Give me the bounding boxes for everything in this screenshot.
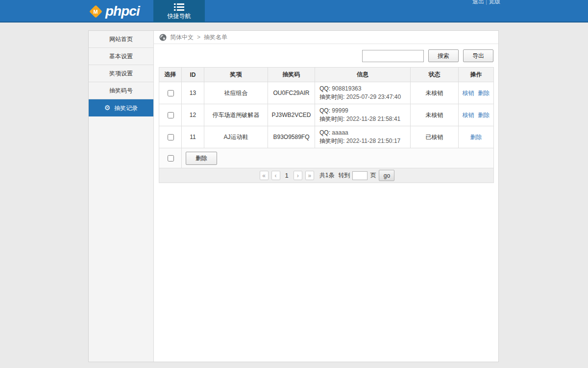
goto-label: 转到 (338, 172, 350, 179)
main-panel: 简体中文 > 抽奖名单 搜索 导出 选择 ID 奖项 抽奖码 信息 状态 (154, 31, 498, 362)
prize-cell: AJ运动鞋 (204, 126, 268, 148)
top-header: M phpci 快捷导航 退出|宽版 (0, 0, 588, 23)
verify-link[interactable]: 核销 (463, 90, 474, 96)
qq-label: QQ: (319, 107, 330, 114)
goto-page-input[interactable] (352, 171, 368, 180)
row-checkbox[interactable] (168, 112, 174, 118)
list-icon (174, 3, 184, 11)
sidebar-item-home[interactable]: 网站首页 (89, 31, 153, 48)
table-row: 12 停车场道闸破解器 PJ3WB2VCED QQ: 99999 抽奖时间: 2… (159, 104, 494, 126)
delete-link[interactable]: 删除 (478, 112, 490, 118)
row-checkbox[interactable] (168, 90, 174, 96)
status-cell: 未核销 (411, 82, 459, 104)
table-row: 13 祛痘组合 OU0FC29AIR QQ: 908819363 抽奖时间: 2… (159, 82, 494, 104)
qq-label: QQ: (319, 85, 330, 92)
actions-cell: 核销 删除 (459, 82, 494, 104)
qq-value: 908819363 (332, 85, 361, 92)
pagination-row: «‹1›»共1条转到页go (159, 168, 494, 183)
sidebar-item-label: 抽奖记录 (114, 105, 138, 112)
prize-cell: 停车场道闸破解器 (204, 104, 268, 126)
content-container: 网站首页 基本设置 奖项设置 抽奖码号 ⚙抽奖记录 简体中文 > 抽奖名单 搜索… (88, 30, 499, 362)
row-checkbox[interactable] (168, 134, 174, 140)
toolbar: 搜索 导出 (154, 44, 498, 64)
sidebar-item-lottery-codes[interactable]: 抽奖码号 (89, 82, 153, 99)
time-value: 2025-07-29 23:47:40 (346, 93, 401, 100)
breadcrumb-separator: > (197, 34, 200, 41)
column-header-code: 抽奖码 (268, 68, 315, 82)
search-button[interactable]: 搜索 (428, 49, 459, 62)
qq-value: 99999 (332, 107, 348, 114)
breadcrumb: 简体中文 > 抽奖名单 (154, 31, 498, 44)
code-cell: OU0FC29AIR (268, 82, 315, 104)
status-cell: 未核销 (411, 104, 459, 126)
prize-cell: 祛痘组合 (204, 82, 268, 104)
quick-nav-tab[interactable]: 快捷导航 (153, 0, 205, 23)
id-cell: 12 (182, 104, 204, 126)
column-header-info: 信息 (315, 68, 411, 82)
current-page: 1 (285, 172, 289, 179)
top-links: 退出|宽版 (471, 0, 502, 6)
sidebar-item-lottery-records[interactable]: ⚙抽奖记录 (89, 99, 153, 116)
qq-label: QQ: (319, 129, 330, 136)
qq-value: aaaaa (332, 129, 348, 136)
app-logo: M phpci (91, 4, 140, 18)
bulk-action-row: 删除 (159, 148, 494, 168)
globe-icon (159, 34, 167, 41)
actions-cell: 删除 (459, 126, 494, 148)
verify-link[interactable]: 核销 (463, 112, 474, 118)
actions-cell: 核销 删除 (459, 104, 494, 126)
delete-link[interactable]: 删除 (470, 134, 482, 140)
table-row: 11 AJ运动鞋 B93O9589FQ QQ: aaaaa 抽奖时间: 2022… (159, 126, 494, 148)
info-cell: QQ: 908819363 抽奖时间: 2025-07-29 23:47:40 (315, 82, 411, 104)
next-page-button[interactable]: › (294, 171, 302, 180)
logo-text: phpci (105, 4, 140, 18)
pagination: «‹1›»共1条转到页go (159, 168, 494, 183)
code-cell: B93O9589FQ (268, 126, 315, 148)
id-cell: 11 (182, 126, 204, 148)
sidebar-item-prize-settings[interactable]: 奖项设置 (89, 65, 153, 82)
column-header-status: 状态 (411, 68, 459, 82)
logout-link[interactable]: 退出 (472, 0, 484, 5)
last-page-button[interactable]: » (305, 171, 314, 180)
breadcrumb-page: 抽奖名单 (204, 33, 227, 42)
time-label: 抽奖时间: (319, 115, 344, 122)
total-count: 共1条 (319, 172, 335, 179)
time-label: 抽奖时间: (319, 93, 344, 100)
page-unit-label: 页 (370, 172, 376, 179)
info-cell: QQ: aaaaa 抽奖时间: 2022-11-28 21:50:17 (315, 126, 411, 148)
bulk-action-cell: 删除 (182, 148, 494, 168)
id-cell: 13 (182, 82, 204, 104)
column-header-actions: 操作 (459, 68, 494, 82)
sidebar-item-basic-settings[interactable]: 基本设置 (89, 48, 153, 65)
top-links-separator: | (486, 0, 487, 5)
code-cell: PJ3WB2VCED (268, 104, 315, 126)
bulk-delete-button[interactable]: 删除 (186, 152, 217, 165)
search-input[interactable] (362, 50, 424, 62)
column-header-select: 选择 (159, 68, 182, 82)
time-label: 抽奖时间: (319, 138, 344, 144)
time-value: 2022-11-28 21:58:41 (346, 115, 401, 122)
records-table: 选择 ID 奖项 抽奖码 信息 状态 操作 13 祛痘组合 OU0FC29AIR… (159, 67, 494, 183)
delete-link[interactable]: 删除 (478, 90, 490, 96)
sidebar: 网站首页 基本设置 奖项设置 抽奖码号 ⚙抽奖记录 (89, 31, 154, 362)
select-all-checkbox[interactable] (168, 155, 174, 161)
breadcrumb-lang[interactable]: 简体中文 (170, 33, 194, 42)
logo-diamond-icon: M (89, 5, 102, 18)
status-cell: 已核销 (411, 126, 459, 148)
column-header-id: ID (182, 68, 204, 82)
column-header-prize: 奖项 (204, 68, 268, 82)
prev-page-button[interactable]: ‹ (271, 171, 280, 180)
table-header-row: 选择 ID 奖项 抽奖码 信息 状态 操作 (159, 68, 494, 82)
first-page-button[interactable]: « (260, 171, 269, 180)
export-button[interactable]: 导出 (463, 49, 493, 62)
gear-icon: ⚙ (104, 104, 111, 112)
go-button[interactable]: go (379, 170, 394, 181)
wide-mode-link[interactable]: 宽版 (489, 0, 500, 5)
quick-nav-label: 快捷导航 (153, 12, 205, 21)
info-cell: QQ: 99999 抽奖时间: 2022-11-28 21:58:41 (315, 104, 411, 126)
time-value: 2022-11-28 21:50:17 (346, 138, 401, 144)
